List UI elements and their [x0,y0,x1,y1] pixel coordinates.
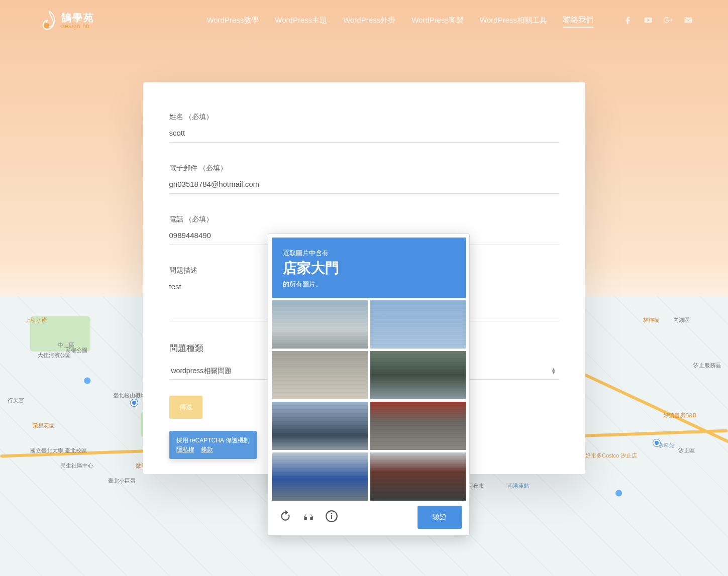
map-label: 臺北松山機場 [113,392,146,399]
map-label: 行天宮 [8,397,24,404]
map-label: 南港車站 [507,482,530,490]
captcha-tile[interactable] [370,452,466,501]
google-plus-icon[interactable] [664,16,673,27]
info-icon[interactable] [325,510,338,525]
logo-text: 鵠學苑 design hu [61,12,94,30]
name-label: 姓名 （必填） [169,112,559,122]
recaptcha-terms-link[interactable]: 條款 [201,446,213,453]
map-label: 林檸樹 [643,316,660,324]
metro-pin-icon [653,439,660,446]
map-label: 榮星花園 [33,422,55,429]
logo-text-cn: 鵠學苑 [61,12,94,23]
map-label: 內湖區 [673,316,690,324]
field-email: 電子郵件 （必填） [169,164,559,194]
map-label: 大佳河濱公園 [38,352,71,359]
nav-item-tutorial[interactable]: WordPress教學 [206,16,259,27]
captcha-tile[interactable] [370,300,466,349]
logo-mark-icon [40,10,58,32]
recaptcha-badge: 採用 reCAPTCHA 保護機制 隱私權 條款 [169,431,257,459]
site-logo[interactable]: 鵠學苑 design hu [40,10,94,32]
email-label: 電子郵件 （必填） [169,164,559,173]
captcha-target: 店家大門 [283,259,455,278]
youtube-icon[interactable] [644,16,653,27]
svg-point-3 [331,513,333,514]
email-input[interactable] [169,178,559,194]
captcha-tile[interactable] [272,300,368,349]
captcha-tile[interactable] [272,351,368,399]
nav-item-custom[interactable]: WordPress客製 [411,16,464,27]
map-label: 汐科站 [658,442,675,449]
captcha-image-grid [272,298,466,501]
captcha-footer: 驗證 [272,501,466,532]
recaptcha-challenge: 選取圖片中含有 店家大門 的所有圖片。 驗證 [268,234,470,536]
main-nav: WordPress教學 WordPress主題 WordPress外掛 Word… [206,15,593,28]
captcha-tile[interactable] [272,402,368,450]
nav-item-themes[interactable]: WordPress主題 [275,16,327,27]
captcha-tile[interactable] [370,351,466,399]
captcha-tile[interactable] [272,452,368,501]
logo-text-en: design hu [61,23,94,30]
nav-item-tools[interactable]: WordPress相關工具 [480,16,547,27]
field-name: 姓名 （必填） [169,112,559,143]
nav-item-contact[interactable]: 聯絡我們 [563,15,593,28]
map-label: 中山區 [58,341,74,349]
audio-icon[interactable] [302,510,315,525]
map-label: 臺北小巨蛋 [108,477,136,485]
captcha-instruction-2: 的所有圖片。 [283,280,455,289]
map-label: 民生社區中心 [60,462,93,470]
facebook-icon[interactable] [623,16,633,27]
svg-rect-2 [331,515,332,519]
map-label: 國立臺北大學 臺北校區 [30,447,87,454]
chevron-updown-icon: ▴▾ [552,367,555,374]
nav-item-plugins[interactable]: WordPress外掛 [343,16,395,27]
metro-pin-icon [131,399,138,406]
map-label: 好市多Costco 汐止店 [585,452,637,459]
submit-button[interactable]: 傳送 [169,396,202,419]
svg-point-0 [44,23,49,29]
map-label: 汐止服務區 [693,362,721,369]
site-header: 鵠學苑 design hu WordPress教學 WordPress主題 Wo… [0,0,728,42]
reload-icon[interactable] [279,510,292,525]
recaptcha-privacy-link[interactable]: 隱私權 [176,446,194,453]
captcha-tile[interactable] [370,402,466,450]
verify-button[interactable]: 驗證 [418,506,462,529]
captcha-instruction-1: 選取圖片中含有 [283,249,455,258]
map-label: 上引水產 [25,316,47,324]
recaptcha-badge-text: 採用 reCAPTCHA 保護機制 [176,436,250,445]
name-input[interactable] [169,127,559,143]
captcha-header: 選取圖片中含有 店家大門 的所有圖片。 [272,238,466,298]
map-label: 汐止區 [678,447,695,454]
phone-label: 電話 （必填） [169,215,559,224]
email-icon[interactable] [684,16,693,27]
social-links [623,16,693,27]
map-label: 好讀書房B&B [663,412,696,419]
